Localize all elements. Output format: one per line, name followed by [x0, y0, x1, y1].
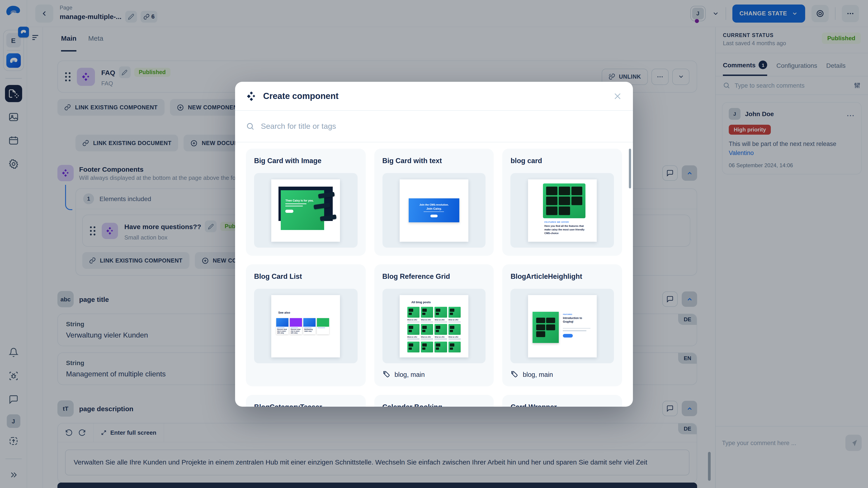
- tag-icon: [510, 370, 518, 378]
- component-card-thumbnail: Then Caisy is for you.: [254, 173, 358, 248]
- component-card[interactable]: BlogCategoryTeaser: [246, 395, 366, 407]
- component-card-title: Big Card with Image: [254, 157, 358, 165]
- component-card[interactable]: Card Wrapper: [502, 395, 622, 407]
- component-card-title: blog card: [510, 157, 614, 165]
- component-card-title: Blog Card List: [254, 272, 358, 281]
- component-card-tags: blog, main: [510, 370, 614, 378]
- component-card[interactable]: Blog Card List See alsoDiscover what els…: [246, 264, 366, 386]
- component-card[interactable]: BlogArticleHeighlight FEATUREDIntroducti…: [502, 264, 622, 386]
- component-card-thumbnail: FEATUREDIntroduction to Graphql: [510, 289, 614, 363]
- component-card-tag-text: blog, main: [523, 371, 553, 378]
- component-card-thumbnail: FEATURES WE OFFERHere you find all the f…: [510, 173, 614, 248]
- component-card-title: Calender Booking: [382, 403, 486, 407]
- component-card-title: Blog Reference Grid: [382, 272, 486, 281]
- component-card[interactable]: Big Card with Image Then Caisy is for yo…: [246, 149, 366, 256]
- component-card-thumbnail: See alsoDiscover what else is easier wit…: [254, 289, 358, 363]
- component-card-title: Big Card with text: [382, 157, 486, 165]
- component-card-title: BlogArticleHeighlight: [510, 272, 614, 281]
- close-icon[interactable]: [613, 92, 622, 101]
- tag-icon: [382, 370, 390, 378]
- component-cards-grid: Big Card with Image Then Caisy is for yo…: [235, 142, 633, 407]
- component-card[interactable]: Blog Reference Grid All blog postsWhat w…: [374, 264, 494, 386]
- component-card-tags: blog, main: [382, 370, 486, 378]
- component-card[interactable]: Big Card with text Join the CMS-revoluti…: [374, 149, 494, 256]
- component-search-input[interactable]: [261, 122, 622, 131]
- component-card-thumbnail: Join the CMS-revolution.Join Caisy.: [382, 173, 486, 248]
- component-card[interactable]: blog card FEATURES WE OFFERHere you find…: [502, 149, 622, 256]
- component-card-thumbnail: All blog postsWhat we offerWhat we offer…: [382, 289, 486, 363]
- search-icon: [246, 122, 254, 131]
- modal-scrollbar[interactable]: [629, 149, 631, 188]
- component-card-tag-text: blog, main: [395, 371, 425, 378]
- component-card-title: Card Wrapper: [510, 403, 614, 407]
- app-root: E J: [0, 0, 868, 488]
- modal-title: Create component: [263, 91, 607, 101]
- component-diamond-icon: [246, 91, 257, 101]
- create-component-modal: Create component Big Card with Image The…: [235, 82, 633, 407]
- component-card[interactable]: Calender Booking: [374, 395, 494, 407]
- component-card-title: BlogCategoryTeaser: [254, 403, 358, 407]
